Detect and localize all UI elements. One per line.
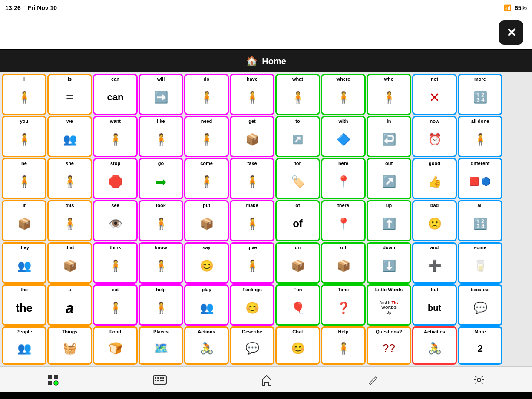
- cell-make[interactable]: make🧍: [230, 200, 274, 241]
- close-button[interactable]: ✕: [499, 20, 523, 45]
- cell-icon: 📦: [50, 250, 90, 281]
- cell-we[interactable]: we👥: [47, 116, 92, 157]
- cell-label: Little Words: [369, 287, 409, 292]
- cell-like[interactable]: like🧍: [139, 116, 183, 157]
- cell-the[interactable]: thethe: [2, 284, 46, 326]
- cell-icon: 🧍: [186, 124, 227, 155]
- cell-can[interactable]: cancan: [93, 74, 138, 115]
- cell-she[interactable]: she🧍: [47, 158, 92, 199]
- cell-on[interactable]: on📦: [275, 242, 320, 284]
- cell-all[interactable]: all🔢: [458, 200, 502, 241]
- cell-to[interactable]: to↗️: [275, 116, 320, 157]
- cell-different[interactable]: different🟥 🔵: [458, 158, 502, 199]
- cell-he[interactable]: he🧍: [2, 158, 46, 199]
- cell-with[interactable]: with🔷: [321, 116, 366, 157]
- cell-help[interactable]: help🧍: [139, 284, 183, 326]
- cell-for[interactable]: for🏷️: [275, 158, 320, 199]
- cell-all-done[interactable]: all done🧍: [458, 116, 502, 157]
- gear-nav-button[interactable]: [469, 370, 489, 389]
- cell-but[interactable]: butbut: [412, 284, 457, 326]
- cell-and[interactable]: and➕: [412, 242, 457, 284]
- cell-label: Actions: [186, 329, 227, 334]
- cell-what[interactable]: what🧍: [275, 74, 320, 115]
- cell-up[interactable]: up⬆️: [367, 200, 411, 241]
- cell-it[interactable]: it📦: [2, 200, 46, 241]
- cell-do[interactable]: do🧍: [184, 74, 229, 115]
- cell-because[interactable]: because💬: [458, 284, 502, 326]
- cell-say[interactable]: say😊: [184, 242, 229, 284]
- cell-get[interactable]: get📦: [230, 116, 274, 157]
- cell-of[interactable]: ofof: [275, 200, 320, 241]
- cell-play[interactable]: play👥: [184, 284, 229, 326]
- cell-a[interactable]: aa: [47, 284, 92, 326]
- pencil-nav-button[interactable]: [363, 370, 383, 389]
- cell-see[interactable]: see👁️: [93, 200, 138, 241]
- cell-not[interactable]: not✕: [412, 74, 457, 115]
- cell-now[interactable]: now⏰: [412, 116, 457, 157]
- cell-that[interactable]: that📦: [47, 242, 92, 284]
- grid-row-4: they👥that📦think🧍know🧍say😊give🧍on📦off📦dow…: [2, 242, 530, 284]
- cell-help[interactable]: Help🧍: [321, 326, 366, 365]
- cell-icon: ↩️: [369, 124, 409, 155]
- cell-this[interactable]: this🧍: [47, 200, 92, 241]
- cell-places[interactable]: Places🗺️: [139, 326, 183, 365]
- cell-bad[interactable]: bad🙁: [412, 200, 457, 241]
- cell-where[interactable]: where🧍: [321, 74, 366, 115]
- cell-good[interactable]: good👍: [412, 158, 457, 199]
- cell-you[interactable]: you🧍: [2, 116, 46, 157]
- svg-rect-2: [48, 381, 52, 385]
- cell-stop[interactable]: stop🛑: [93, 158, 138, 199]
- cell-more[interactable]: More2: [458, 326, 502, 365]
- keyboard-nav-button[interactable]: [149, 372, 170, 388]
- cell-actions[interactable]: Actions🚴: [184, 326, 229, 365]
- cell-look[interactable]: look🧍: [139, 200, 183, 241]
- cell-people[interactable]: People👥: [2, 326, 46, 365]
- cell-come[interactable]: come🧍: [184, 158, 229, 199]
- cell-label: a: [50, 287, 90, 292]
- cell-icon: 🚴: [186, 334, 227, 363]
- cell-take[interactable]: take🧍: [230, 158, 274, 199]
- cell-chat[interactable]: Chat😊: [275, 326, 320, 365]
- cell-activities[interactable]: Activities🚴: [412, 326, 457, 365]
- cell-i[interactable]: I🧍: [2, 74, 46, 115]
- cell-label: now: [414, 119, 455, 124]
- cell-give[interactable]: give🧍: [230, 242, 274, 284]
- cell-label: out: [369, 161, 409, 166]
- cell-feelings[interactable]: Feelings😊: [230, 284, 274, 326]
- cell-fun[interactable]: Fun🎈: [275, 284, 320, 326]
- cell-here[interactable]: here📍: [321, 158, 366, 199]
- cell-need[interactable]: need🧍: [184, 116, 229, 157]
- cell-put[interactable]: put📦: [184, 200, 229, 241]
- cell-go[interactable]: go➡: [139, 158, 183, 199]
- cell-will[interactable]: will➡️: [139, 74, 183, 115]
- cell-icon: ➡: [141, 166, 181, 197]
- cell-little-words[interactable]: Little WordsAnd It TheWORDSUp: [367, 284, 411, 326]
- cell-is[interactable]: is=: [47, 74, 92, 115]
- cell-questions-[interactable]: Questions???: [367, 326, 411, 365]
- cell-time[interactable]: Time❓: [321, 284, 366, 326]
- cell-eat[interactable]: eat🧍: [93, 284, 138, 326]
- cell-out[interactable]: out↗️: [367, 158, 411, 199]
- grid-nav-button[interactable]: [43, 370, 63, 389]
- cell-who[interactable]: who🧍: [367, 74, 411, 115]
- cell-think[interactable]: think🧍: [93, 242, 138, 284]
- cell-describe[interactable]: Describe💬: [230, 326, 274, 365]
- cell-label: put: [186, 203, 227, 208]
- svg-rect-11: [160, 380, 162, 381]
- home-icon: 🏠: [246, 56, 258, 67]
- cell-down[interactable]: down⬇️: [367, 242, 411, 284]
- cell-some[interactable]: some🥛: [458, 242, 502, 284]
- cell-label: More: [460, 329, 500, 334]
- cell-off[interactable]: off📦: [321, 242, 366, 284]
- cell-have[interactable]: have🧍: [230, 74, 274, 115]
- cell-more[interactable]: more🔢: [458, 74, 502, 115]
- cell-they[interactable]: they👥: [2, 242, 46, 284]
- home-nav-button[interactable]: [257, 370, 276, 389]
- cell-food[interactable]: Food🍞: [93, 326, 138, 365]
- cell-things[interactable]: Things🧺: [47, 326, 92, 365]
- cell-in[interactable]: in↩️: [367, 116, 411, 157]
- cell-know[interactable]: know🧍: [139, 242, 183, 284]
- cell-want[interactable]: want🧍: [93, 116, 138, 157]
- cell-label: Describe: [232, 329, 272, 334]
- cell-there[interactable]: there📍: [321, 200, 366, 241]
